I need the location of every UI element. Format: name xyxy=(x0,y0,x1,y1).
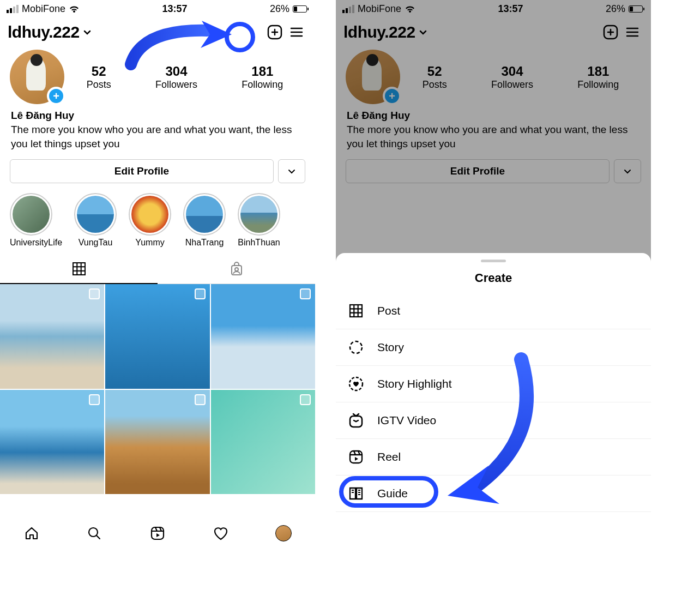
svg-rect-1 xyxy=(73,263,85,275)
create-option-guide[interactable]: Guide xyxy=(336,475,651,512)
signal-icon xyxy=(342,5,354,13)
post-thumbnail[interactable] xyxy=(211,390,315,494)
signal-icon xyxy=(7,5,19,13)
post-thumbnail[interactable] xyxy=(0,390,104,494)
post-thumbnail[interactable] xyxy=(105,284,209,388)
multi-post-icon xyxy=(89,394,100,405)
chevron-down-icon xyxy=(287,167,296,176)
username-label: ldhuy.222 xyxy=(343,23,415,41)
posts-grid xyxy=(0,284,315,494)
post-thumbnail[interactable] xyxy=(0,284,104,388)
svg-point-8 xyxy=(350,341,362,353)
suggested-users-button[interactable] xyxy=(278,159,305,183)
avatar: + xyxy=(346,50,400,104)
post-thumbnail[interactable] xyxy=(105,390,209,494)
svg-point-3 xyxy=(235,268,238,271)
bio-text: The more you know who you are and what y… xyxy=(11,123,304,150)
wifi-icon xyxy=(405,5,415,14)
carrier-label: MobiFone xyxy=(358,3,401,15)
create-option-reel[interactable]: Reel xyxy=(336,439,651,475)
story-ring-icon xyxy=(348,339,364,356)
tagged-icon xyxy=(229,262,244,277)
reel-icon xyxy=(348,449,364,465)
create-button xyxy=(600,21,621,43)
svg-rect-11 xyxy=(350,451,362,463)
battery-icon xyxy=(293,5,309,13)
sheet-title: Create xyxy=(336,271,651,285)
highlights-row: UniversityLife VungTau Yummy NhaTrang Bi… xyxy=(0,191,315,255)
tab-grid[interactable] xyxy=(0,255,158,284)
grid-icon xyxy=(72,262,86,276)
multi-post-icon xyxy=(195,394,206,405)
stat-posts[interactable]: 52Posts xyxy=(87,64,111,91)
status-bar: MobiFone 13:57 26% xyxy=(0,0,315,16)
menu-button[interactable] xyxy=(286,21,307,43)
menu-button xyxy=(621,21,643,43)
highlight-item[interactable]: BinhThuan xyxy=(238,193,280,248)
highlight-item[interactable]: UniversityLife xyxy=(10,193,62,248)
highlight-heart-icon xyxy=(348,376,364,392)
clock: 13:57 xyxy=(498,3,523,15)
create-bottom-sheet: Create Post Story Story Highlight IGTV V… xyxy=(336,253,651,550)
battery-icon xyxy=(629,5,644,13)
svg-rect-7 xyxy=(350,305,362,317)
profile-screen: MobiFone 13:57 26% ldhuy.222 + 52Posts 3… xyxy=(0,0,315,550)
post-thumbnail[interactable] xyxy=(211,284,315,388)
wifi-icon xyxy=(69,5,80,14)
create-button[interactable] xyxy=(264,21,286,43)
avatar[interactable]: + xyxy=(10,50,64,104)
carrier-label: MobiFone xyxy=(22,3,65,15)
nav-search[interactable] xyxy=(86,525,102,541)
chevron-down-icon[interactable] xyxy=(82,27,93,38)
highlight-item[interactable]: VungTau xyxy=(74,193,117,248)
create-option-highlight[interactable]: Story Highlight xyxy=(336,366,651,402)
status-bar: MobiFone 13:57 26% xyxy=(336,0,651,16)
username-label[interactable]: ldhuy.222 xyxy=(8,23,80,41)
create-sheet-screen: MobiFone 13:57 26% ldhuy.222 + 52Posts 3… xyxy=(336,0,651,550)
edit-profile-button[interactable]: Edit Profile xyxy=(10,159,274,183)
nav-profile[interactable] xyxy=(275,525,292,541)
sheet-grabber[interactable] xyxy=(481,260,506,262)
nav-activity[interactable] xyxy=(213,525,229,541)
igtv-icon xyxy=(348,412,364,429)
multi-post-icon xyxy=(300,394,311,405)
display-name: Lê Đăng Huy xyxy=(11,110,304,122)
multi-post-icon xyxy=(89,288,100,299)
battery-pct: 26% xyxy=(270,3,289,15)
create-option-story[interactable]: Story xyxy=(336,329,651,366)
clock: 13:57 xyxy=(162,3,187,15)
grid-icon xyxy=(348,303,364,319)
multi-post-icon xyxy=(195,288,206,299)
battery-pct: 26% xyxy=(606,3,625,15)
create-option-post[interactable]: Post xyxy=(336,293,651,329)
nav-home[interactable] xyxy=(23,525,40,541)
highlight-item[interactable]: Yummy xyxy=(129,193,171,248)
highlight-item[interactable]: NhaTrang xyxy=(183,193,226,248)
bottom-nav xyxy=(0,517,315,550)
stat-following[interactable]: 181Following xyxy=(242,64,283,91)
multi-post-icon xyxy=(300,288,311,299)
stat-followers[interactable]: 304Followers xyxy=(155,64,197,91)
tab-tagged[interactable] xyxy=(158,255,315,284)
svg-rect-5 xyxy=(152,527,164,539)
add-story-badge[interactable]: + xyxy=(47,87,65,105)
chevron-down-icon xyxy=(418,27,429,38)
nav-reels[interactable] xyxy=(149,525,166,541)
profile-header: ldhuy.222 xyxy=(0,16,315,45)
guide-icon xyxy=(348,485,364,502)
create-option-igtv[interactable]: IGTV Video xyxy=(336,402,651,439)
